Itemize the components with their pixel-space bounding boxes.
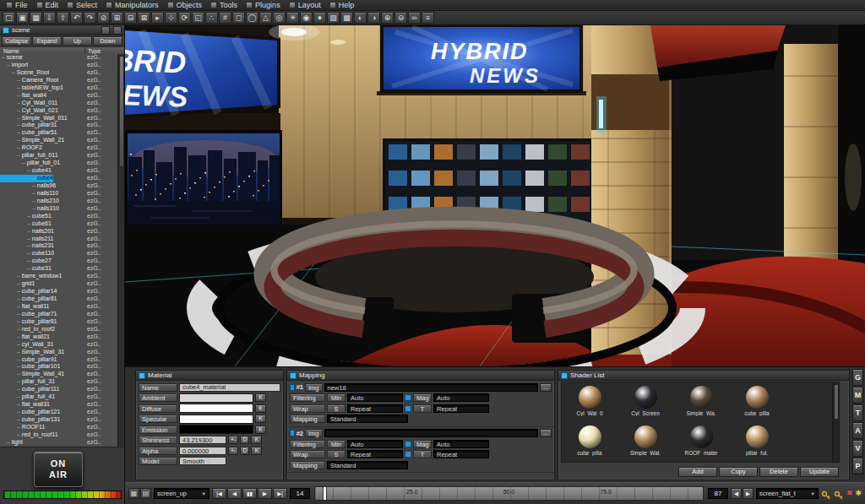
- side-tab[interactable]: A: [852, 422, 863, 439]
- settings-icon[interactable]: ≡: [422, 12, 434, 24]
- material-icon[interactable]: ●: [313, 12, 326, 24]
- end-frame-field[interactable]: 87: [708, 488, 728, 499]
- tree-node[interactable]: grid1 ezG..: [0, 280, 124, 288]
- mapping-mode-select[interactable]: Standard: [327, 415, 408, 423]
- tree-node[interactable]: cube41 ezG..: [0, 167, 124, 175]
- viewport-3d[interactable]: HYBRID NEWS HYBRID NEWS: [125, 25, 865, 366]
- tree-node[interactable]: Simple_Wall_011 ezG..: [0, 115, 124, 122]
- group-icon[interactable]: ⊕: [381, 12, 394, 24]
- shader-action-button[interactable]: Update: [800, 467, 839, 477]
- shader-action-button[interactable]: Add: [678, 467, 717, 477]
- tree-node[interactable]: nails231 ezG..: [0, 242, 124, 250]
- tree-node[interactable]: nails210 ezG..: [0, 198, 124, 205]
- tree-node[interactable]: nails310 ezG..: [0, 205, 124, 213]
- tree-node[interactable]: cube_pillar131 ezG..: [0, 416, 124, 424]
- side-tab[interactable]: G: [852, 369, 863, 386]
- tree-node[interactable]: cube_pillar71 ezG..: [0, 311, 124, 318]
- paste-icon[interactable]: ⊟: [124, 12, 137, 24]
- cylinder-icon[interactable]: ◎: [273, 12, 286, 24]
- menu-item[interactable]: Edit: [32, 0, 63, 10]
- key-icon[interactable]: [834, 489, 844, 499]
- tree-node[interactable]: Scene_Root ezG..: [0, 69, 124, 77]
- next-key-button[interactable]: ▶: [743, 488, 753, 499]
- clip-selector-left[interactable]: screen_up ▼: [154, 488, 209, 499]
- grid-icon[interactable]: #: [219, 12, 231, 24]
- shininess-value[interactable]: 43.219300: [179, 436, 226, 444]
- link-icon[interactable]: ∞: [408, 12, 421, 24]
- export-icon[interactable]: ⇧: [57, 12, 69, 24]
- shader-item[interactable]: Cyl_Screen: [617, 382, 673, 422]
- column-name[interactable]: Name: [3, 48, 19, 54]
- shader-action-button[interactable]: Copy: [719, 467, 758, 477]
- tree-node[interactable]: flat_wall4 ezG..: [0, 92, 124, 100]
- image-name-field[interactable]: new18: [324, 383, 538, 392]
- tree-button[interactable]: Expand: [32, 36, 62, 46]
- tree-node[interactable]: red_in_roof2 ezG..: [0, 326, 124, 333]
- ungroup-icon[interactable]: ⊖: [394, 12, 407, 24]
- current-frame-field[interactable]: 14: [290, 488, 310, 499]
- tree-node[interactable]: red_in_roof11 ezG..: [0, 431, 124, 439]
- go-end-button[interactable]: ▶|: [273, 488, 287, 499]
- key-button[interactable]: K: [255, 393, 266, 402]
- shader-scrollbar[interactable]: [832, 382, 839, 462]
- tree-node[interactable]: pillar_full_41 ezG..: [0, 393, 124, 401]
- cube-icon[interactable]: ◻: [232, 12, 245, 24]
- shader-item[interactable]: pillar_ful.: [729, 422, 785, 462]
- shaded-icon[interactable]: ◐: [354, 12, 367, 24]
- tree-node[interactable]: scene ezG..: [0, 54, 124, 62]
- color-swatch[interactable]: [179, 393, 253, 403]
- shader-item[interactable]: cube_pilla: [562, 422, 617, 462]
- alpha-value[interactable]: 0.000000: [179, 447, 226, 455]
- tree-node[interactable]: cube_pillar81 ezG..: [0, 295, 124, 303]
- shader-item[interactable]: Cyl_Wal_0: [562, 382, 617, 422]
- tree-node[interactable]: cyl_Wall_31 ezG..: [0, 341, 124, 349]
- menu-item[interactable]: Objects: [163, 0, 207, 10]
- menu-item[interactable]: Tools: [206, 0, 242, 10]
- tree-node[interactable]: nails110 ezG..: [0, 190, 124, 198]
- mag-filter-select[interactable]: Auto: [433, 440, 489, 448]
- cone-icon[interactable]: △: [259, 12, 272, 24]
- default-button[interactable]: D: [240, 447, 249, 455]
- smooth-icon[interactable]: ◑: [367, 12, 380, 24]
- side-tab[interactable]: V: [852, 440, 863, 457]
- city-screen[interactable]: [125, 130, 282, 228]
- delete-key-icon[interactable]: ✖: [846, 488, 853, 499]
- mapping-mode-select[interactable]: Standard: [327, 461, 408, 469]
- menu-item[interactable]: Layout: [285, 0, 325, 10]
- tree-button[interactable]: Collapse: [2, 36, 31, 46]
- tree-node[interactable]: tableNEW_top1 ezG..: [0, 84, 124, 92]
- tree-node[interactable]: cube31 ezG..: [0, 265, 124, 273]
- tree-node[interactable]: flat_wall31 ezG..: [0, 401, 124, 409]
- browse-button[interactable]: ...: [540, 429, 552, 437]
- rotate-icon[interactable]: ⟳: [178, 12, 191, 24]
- tree-node[interactable]: flat_wall21 ezG..: [0, 333, 124, 341]
- go-start-button[interactable]: |◀: [212, 488, 226, 499]
- tree-node[interactable]: cube110 ezG..: [0, 250, 124, 257]
- playhead[interactable]: [323, 487, 327, 500]
- material-name-input[interactable]: [179, 383, 280, 392]
- import-icon[interactable]: ⇩: [43, 12, 56, 24]
- mag-filter-select[interactable]: Auto: [433, 393, 489, 402]
- wrap-t-select[interactable]: Repeat: [433, 450, 489, 458]
- panel-minimize-icon[interactable]: [101, 26, 110, 35]
- menu-item[interactable]: Help: [325, 0, 359, 10]
- camera-icon[interactable]: ◉: [300, 12, 313, 24]
- side-tab[interactable]: T: [852, 404, 863, 421]
- tree-node[interactable]: cube_pillar81 ezG..: [0, 318, 124, 326]
- timeline-ruler[interactable]: 25.050.075.0: [314, 486, 704, 501]
- wrap-s-select[interactable]: Repeat: [347, 404, 403, 413]
- min-filter-select[interactable]: Auto: [347, 440, 403, 448]
- on-air-button[interactable]: ON AIR: [34, 452, 83, 487]
- shader-item[interactable]: Simple_Wal.: [617, 422, 673, 462]
- new-icon[interactable]: ▢: [3, 12, 15, 24]
- tree-node[interactable]: cube_pillar101 ezG..: [0, 363, 124, 371]
- shader-item[interactable]: cube4_mate: [562, 462, 617, 463]
- tree-node[interactable]: cube_pillar31 ezG..: [0, 122, 124, 129]
- tree-node[interactable]: cube_pillar111 ezG..: [0, 386, 124, 393]
- redo-icon[interactable]: ↷: [84, 12, 96, 24]
- panel-close-icon[interactable]: [113, 26, 122, 35]
- tree-node[interactable]: pillar_full_31 ezG..: [0, 378, 124, 386]
- delete-icon[interactable]: ⊠: [138, 12, 150, 24]
- prev-frame-button[interactable]: ◀: [227, 488, 242, 499]
- tree-node[interactable]: pillar_full_011 ezG..: [0, 152, 124, 160]
